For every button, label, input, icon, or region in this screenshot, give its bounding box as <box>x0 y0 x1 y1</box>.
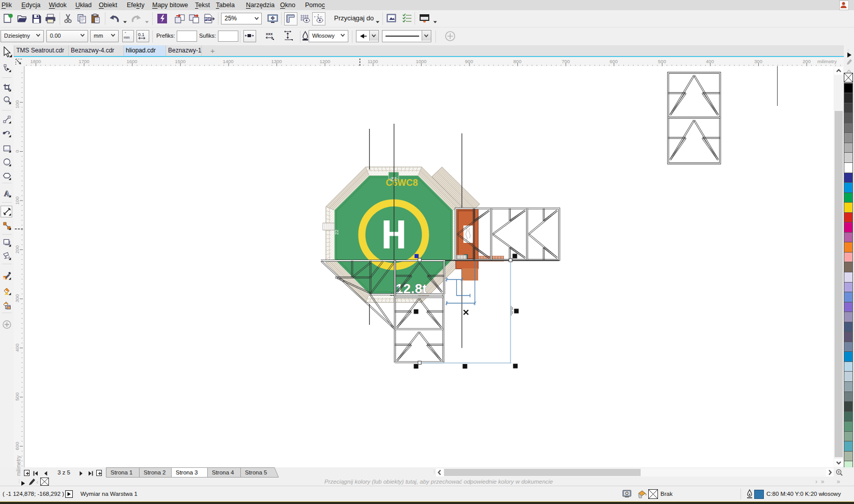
svg-text:Strona 3: Strona 3 <box>176 469 198 475</box>
svg-text:500: 500 <box>14 393 20 401</box>
svg-text:300: 300 <box>754 59 762 64</box>
svg-text:1700: 1700 <box>78 59 89 64</box>
svg-text:xxx: xxx <box>266 32 273 36</box>
svg-text:1800: 1800 <box>30 59 41 64</box>
svg-text:A: A <box>4 189 10 198</box>
svg-text:400: 400 <box>14 344 20 352</box>
svg-text:200: 200 <box>803 59 811 64</box>
svg-text:900: 900 <box>465 59 473 64</box>
svg-text:mm: mm <box>124 36 130 39</box>
svg-text:100: 100 <box>14 197 20 205</box>
svg-text:1200: 1200 <box>319 59 330 64</box>
svg-text:300: 300 <box>14 294 20 302</box>
svg-text:Strona 5: Strona 5 <box>245 469 267 475</box>
svg-text:800: 800 <box>513 59 521 64</box>
svg-text:22: 22 <box>391 176 397 182</box>
svg-text:PDF: PDF <box>205 17 211 21</box>
svg-text:”: ” <box>125 32 126 35</box>
svg-text:200: 200 <box>14 245 20 254</box>
svg-text:1000: 1000 <box>416 59 426 64</box>
svg-text:1600: 1600 <box>126 59 137 64</box>
svg-text:400: 400 <box>706 59 714 64</box>
svg-text:1500: 1500 <box>175 59 185 64</box>
svg-text:0: 0 <box>14 150 20 152</box>
svg-text:1300: 1300 <box>271 59 282 64</box>
svg-text:Strona 1: Strona 1 <box>111 469 132 475</box>
svg-text:0.1: 0.1 <box>138 32 145 37</box>
svg-text:22: 22 <box>334 230 339 235</box>
svg-text:100: 100 <box>14 100 20 108</box>
svg-text:Strona 2: Strona 2 <box>144 469 166 475</box>
svg-text:Strona 4: Strona 4 <box>212 469 234 475</box>
svg-text:600: 600 <box>610 59 618 64</box>
svg-text:C6WC8: C6WC8 <box>385 178 418 188</box>
svg-text:700: 700 <box>562 59 570 64</box>
svg-text:milimetry: milimetry <box>817 59 837 64</box>
svg-text:600: 600 <box>14 442 20 450</box>
svg-text:500: 500 <box>658 59 666 64</box>
svg-text:1100: 1100 <box>368 59 378 64</box>
svg-text:1400: 1400 <box>223 59 233 64</box>
